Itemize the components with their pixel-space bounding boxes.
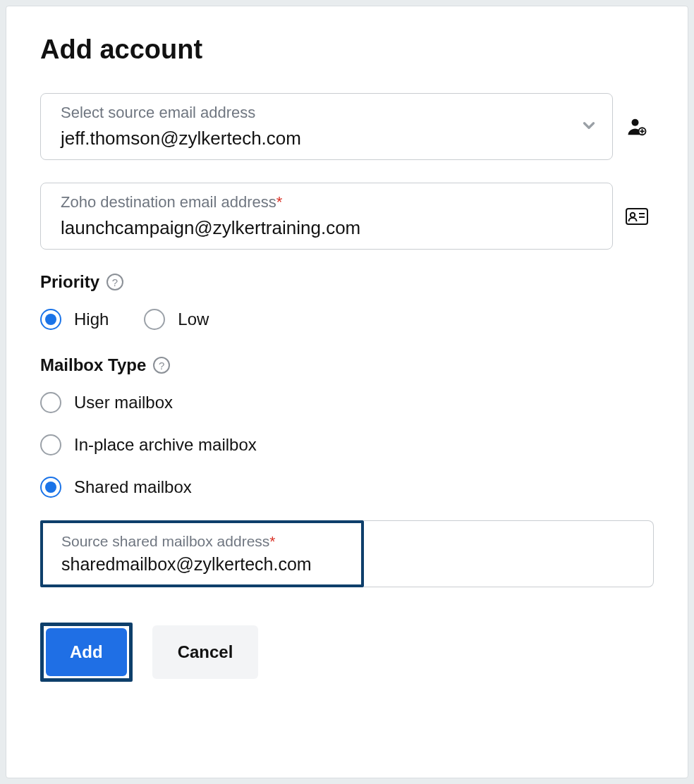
radio-label: Shared mailbox [74, 477, 192, 497]
help-icon[interactable]: ? [153, 357, 170, 374]
radio-icon [40, 309, 61, 330]
priority-label: Priority ? [40, 272, 654, 292]
source-email-value: jeff.thomson@zylkertech.com [61, 128, 577, 149]
shared-source-row: Source shared mailbox address* sharedmai… [40, 520, 654, 587]
destination-email-value: launchcampaign@zylkertraining.com [61, 217, 577, 239]
radio-icon [40, 477, 61, 498]
highlight-box: Add [40, 623, 133, 682]
shared-source-input[interactable]: Source shared mailbox address* sharedmai… [44, 525, 360, 583]
radio-label: Low [178, 310, 209, 329]
svg-point-6 [631, 212, 635, 216]
add-button[interactable]: Add [46, 628, 127, 676]
chevron-down-icon [580, 116, 598, 137]
radio-icon [144, 309, 165, 330]
radio-label: In-place archive mailbox [74, 435, 257, 455]
add-user-icon[interactable] [620, 116, 654, 137]
source-email-label: Select source email address [61, 104, 577, 122]
shared-source-value: sharedmailbox@zylkertech.com [61, 554, 346, 575]
radio-label: User mailbox [74, 393, 173, 412]
radio-icon [40, 392, 61, 413]
contact-card-icon[interactable] [620, 205, 654, 228]
mailbox-option-user[interactable]: User mailbox [40, 392, 654, 413]
highlight-box: Source shared mailbox address* sharedmai… [40, 520, 364, 587]
help-icon[interactable]: ? [106, 274, 123, 290]
cancel-button[interactable]: Cancel [152, 625, 259, 679]
shared-source-label: Source shared mailbox address* [61, 533, 346, 550]
add-account-panel: Add account Select source email address … [6, 6, 688, 778]
mailbox-type-radio-group: User mailbox In-place archive mailbox Sh… [40, 392, 654, 498]
priority-radio-group: High Low [40, 309, 654, 330]
destination-email-label: Zoho destination email address* [61, 193, 577, 212]
page-title: Add account [40, 35, 654, 65]
source-email-select[interactable]: Select source email address jeff.thomson… [40, 93, 613, 160]
shared-source-extension [364, 520, 654, 587]
mailbox-option-archive[interactable]: In-place archive mailbox [40, 434, 654, 455]
priority-option-low[interactable]: Low [144, 309, 209, 330]
priority-option-high[interactable]: High [40, 309, 109, 330]
destination-email-row: Zoho destination email address* launchca… [40, 183, 654, 250]
radio-icon [40, 434, 61, 455]
source-email-row: Select source email address jeff.thomson… [40, 93, 654, 160]
mailbox-option-shared[interactable]: Shared mailbox [40, 477, 654, 498]
radio-label: High [74, 310, 109, 329]
mailbox-type-label: Mailbox Type ? [40, 355, 654, 375]
svg-point-0 [632, 118, 639, 125]
button-row: Add Cancel [40, 623, 654, 682]
destination-email-input[interactable]: Zoho destination email address* launchca… [40, 183, 613, 250]
